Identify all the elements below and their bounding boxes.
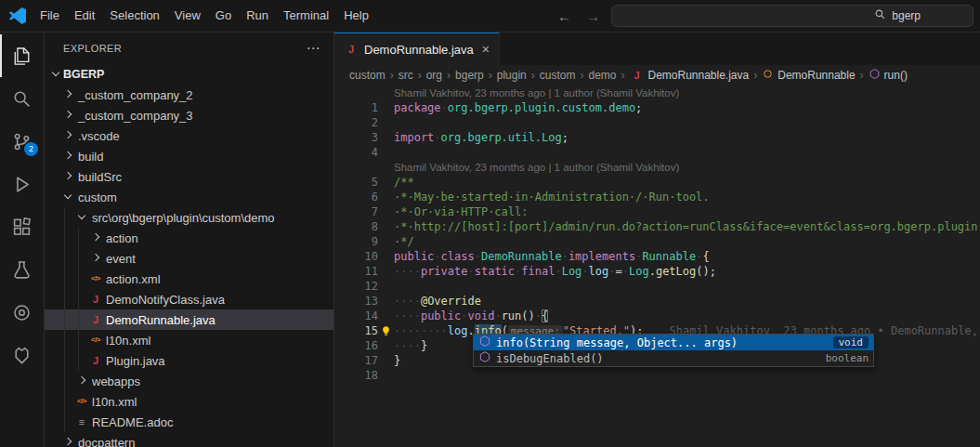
tab-close-icon[interactable]: × xyxy=(482,42,490,57)
line-number: 14 xyxy=(334,309,378,323)
suggest-item-label: isDebugEnabled() xyxy=(496,352,821,365)
explorer-header: EXPLORER ⋯ xyxy=(45,33,333,64)
tree-item-action-xml[interactable]: </>action.xml xyxy=(45,269,333,289)
suggest-item-detail: boolean xyxy=(826,352,869,364)
menu-terminal[interactable]: Terminal xyxy=(276,0,336,32)
breadcrumb-item[interactable]: plugin xyxy=(497,69,527,82)
menu-file[interactable]: File xyxy=(33,0,67,32)
sidebar: EXPLORER ⋯ BGERP _custom_company_2_custo… xyxy=(45,33,334,447)
menu-selection[interactable]: Selection xyxy=(102,0,166,32)
breadcrumb-item[interactable]: DemoRunnable xyxy=(762,68,855,83)
tree-item-label: l10n.xml xyxy=(106,334,150,348)
tree-item--custom-company-2[interactable]: _custom_company_2 xyxy=(45,85,333,105)
tree-item-build[interactable]: build xyxy=(45,146,333,166)
breadcrumb-item[interactable]: custom xyxy=(540,69,576,82)
suggest-item[interactable]: isDebugEnabled()boolean xyxy=(474,350,873,366)
search-icon[interactable] xyxy=(0,77,44,120)
search-value: bgerp xyxy=(892,9,921,22)
tree-item-src-org-bgerp-plugin-custom-demo[interactable]: src\org\bgerp\plugin\custom\demo xyxy=(45,207,333,228)
lightbulb-icon[interactable] xyxy=(378,323,394,338)
line-number: 17 xyxy=(334,353,378,368)
code-line: ·*·May·be·started·in·Administration·/·Ru… xyxy=(394,190,980,204)
chevron-right-icon[interactable] xyxy=(74,374,89,388)
tree-item-demonotifyclass-java[interactable]: JDemoNotifyClass.java xyxy=(45,289,333,309)
code-line-row: 7·*·Or·via·HTTP·call: xyxy=(334,204,980,219)
menu-help[interactable]: Help xyxy=(336,0,376,32)
tree-item--vscode[interactable]: .vscode xyxy=(45,125,333,146)
chevron-right-icon[interactable] xyxy=(60,149,75,164)
workspace-root-row[interactable]: BGERP xyxy=(45,64,333,85)
tree-item-l10n-xml[interactable]: </>l10n.xml xyxy=(45,391,333,412)
explorer-icon[interactable] xyxy=(0,34,44,77)
extension-circle-icon[interactable] xyxy=(0,291,44,334)
chevron-right-icon[interactable] xyxy=(60,435,75,447)
extensions-icon[interactable] xyxy=(0,205,44,248)
tree-item-label: _custom_company_3 xyxy=(78,109,193,123)
line-number: 18 xyxy=(334,368,378,383)
menu-view[interactable]: View xyxy=(167,0,208,32)
more-actions-button[interactable]: ⋯ xyxy=(307,40,320,57)
code-line-row: 13····@Override xyxy=(334,294,980,309)
tree-item-readme-adoc[interactable]: ≡README.adoc xyxy=(45,412,333,432)
code-line xyxy=(394,145,980,160)
extension-mascot-icon[interactable] xyxy=(0,334,44,376)
tree-item-docpattern[interactable]: docpattern xyxy=(45,432,333,447)
suggest-item[interactable]: info(String message, Object... args)void xyxy=(474,335,873,350)
nav-back-icon[interactable]: ← xyxy=(557,8,571,24)
breadcrumb-item[interactable]: custom xyxy=(349,69,385,82)
chevron-right-icon[interactable] xyxy=(60,87,75,102)
nav-forward-icon[interactable]: → xyxy=(586,8,600,24)
chevron-right-icon[interactable] xyxy=(60,108,75,123)
code-line: ·*/ xyxy=(394,234,980,249)
menu-go[interactable]: Go xyxy=(208,0,239,32)
breadcrumb-item[interactable]: src xyxy=(399,69,413,82)
tree-item-label: README.adoc xyxy=(92,415,173,429)
code-line: ····@Override xyxy=(394,294,980,309)
tab-demorunnable-java[interactable]: J DemoRunnable.java × xyxy=(334,33,500,65)
search-icon xyxy=(874,8,886,23)
explorer-title: EXPLORER xyxy=(63,43,122,54)
tree-item--custom-company-3[interactable]: _custom_company_3 xyxy=(45,105,333,125)
chevron-right-icon[interactable] xyxy=(60,128,75,143)
tree-item-l10n-xml[interactable]: </>l10n.xml xyxy=(45,330,333,350)
tree-item-label: .vscode xyxy=(78,129,120,143)
tree-item-buildsrc[interactable]: buildSrc xyxy=(45,166,333,187)
tree-item-event[interactable]: event xyxy=(45,248,333,269)
breadcrumb-item[interactable]: run() xyxy=(869,68,908,83)
tree-item-demorunnable-java[interactable]: JDemoRunnable.java xyxy=(45,309,333,330)
breadcrumb-separator-icon: › xyxy=(447,69,451,82)
xml-file-icon: </> xyxy=(88,333,103,348)
breadcrumb-item[interactable]: JDemoRunnable.java xyxy=(629,68,749,83)
tree-item-label: DemoNotifyClass.java xyxy=(106,293,225,307)
chevron-right-icon[interactable] xyxy=(88,251,103,266)
menu-edit[interactable]: Edit xyxy=(67,0,102,32)
chevron-down-icon[interactable] xyxy=(60,190,75,204)
tree-item-label: custom xyxy=(78,191,117,204)
testing-icon[interactable] xyxy=(0,248,44,291)
code-line: ····public·void·run()·{ xyxy=(394,309,980,323)
tree-item-action[interactable]: action xyxy=(45,228,333,248)
workspace-root-label: BGERP xyxy=(63,68,104,81)
source-control-icon[interactable]: 2 xyxy=(0,120,44,163)
tree-item-plugin-java[interactable]: JPlugin.java xyxy=(45,350,333,371)
breadcrumb-separator-icon: › xyxy=(860,69,864,82)
breadcrumb-item[interactable]: org xyxy=(426,69,442,82)
line-number: 2 xyxy=(334,115,378,130)
tree-item-webapps[interactable]: webapps xyxy=(45,371,333,391)
line-number: 16 xyxy=(334,338,378,353)
blame-annotation-row: Shamil Vakhitov, 23 months ago | 1 autho… xyxy=(334,160,980,175)
menu-run[interactable]: Run xyxy=(239,0,276,32)
line-number: 15 xyxy=(334,323,378,338)
chevron-right-icon[interactable] xyxy=(88,230,103,245)
chevron-right-icon[interactable] xyxy=(60,169,75,184)
breadcrumb: custom›src›org›bgerp›plugin›custom›demo›… xyxy=(334,65,980,85)
breadcrumb-item[interactable]: demo xyxy=(588,69,616,82)
tree-item-custom[interactable]: custom xyxy=(45,187,333,207)
breadcrumb-item[interactable]: bgerp xyxy=(455,69,484,82)
breadcrumb-separator-icon: › xyxy=(390,69,394,82)
chevron-down-icon[interactable] xyxy=(74,210,89,225)
line-number: 12 xyxy=(334,279,378,294)
run-and-debug-icon[interactable] xyxy=(0,163,44,205)
command-center-search[interactable]: bgerp xyxy=(611,5,973,27)
xml-file-icon: </> xyxy=(88,271,103,286)
